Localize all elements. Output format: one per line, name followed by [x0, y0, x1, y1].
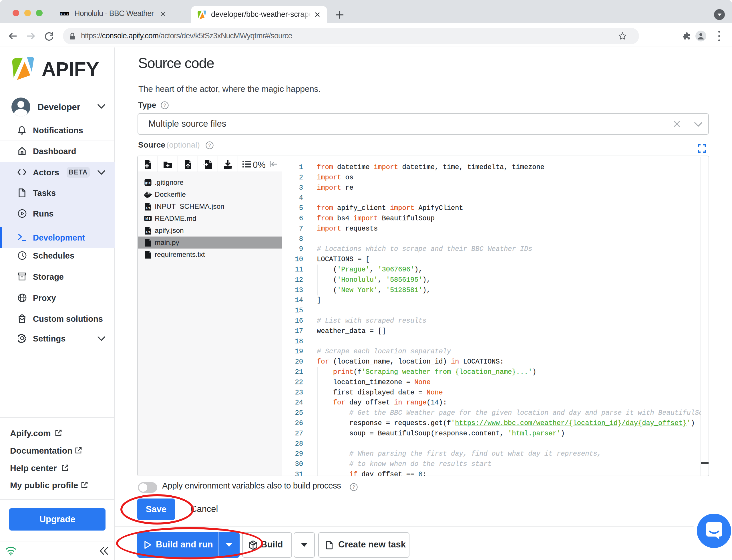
svg-text:M: M	[145, 217, 148, 220]
svg-text:</>: </>	[146, 207, 151, 210]
svg-text:?: ?	[164, 103, 166, 108]
svg-text:git: git	[145, 181, 151, 185]
svg-text:?: ?	[353, 485, 355, 490]
svg-text:?: ?	[209, 143, 211, 148]
svg-text:</>: </>	[146, 231, 151, 234]
